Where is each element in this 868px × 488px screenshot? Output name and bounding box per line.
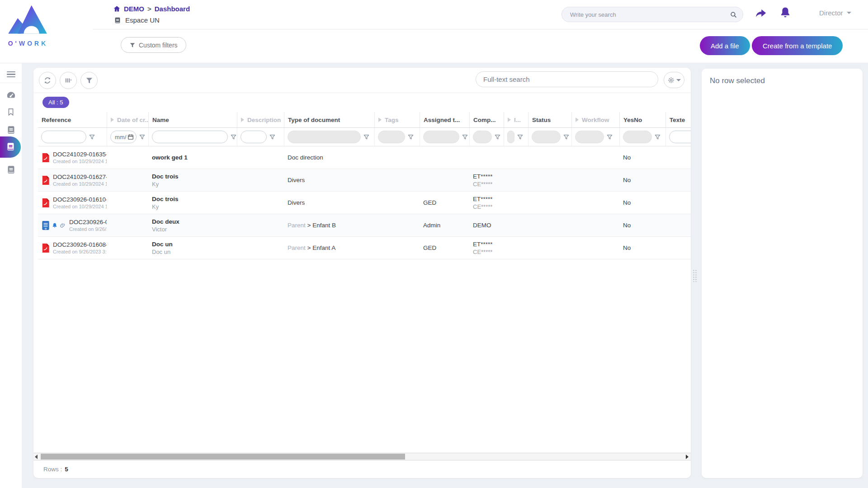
scrollbar-thumb[interactable] [41,454,405,460]
sidebar-item-dashboard[interactable] [0,86,22,104]
table-row[interactable]: DOC230926-01608-0Created on 9/26/2023 3:… [38,237,691,259]
add-file-button[interactable]: Add a file [700,36,750,55]
filter-funnel-icon[interactable] [563,134,570,141]
column-header-workflow[interactable]: Workflow [571,112,619,127]
filter-funnel-icon[interactable] [269,134,276,141]
filter-input-texte[interactable] [670,131,691,143]
column-header-assigned[interactable]: Assigned t... [420,112,469,127]
filter-funnel-icon[interactable] [139,134,146,141]
sidebar-item-bookmarks[interactable] [0,103,22,121]
scroll-left-arrow-icon[interactable] [35,455,38,459]
left-sidebar [0,63,22,488]
create-from-template-button[interactable]: Create from a template [752,36,843,55]
column-header-status[interactable]: Status [528,112,571,127]
column-header-company[interactable]: Comp... [469,112,504,127]
sidebar-menu-toggle[interactable] [0,66,22,83]
column-label: Name [152,117,169,123]
breadcrumb-current[interactable]: Dashboard [155,5,190,13]
sidebar-item-space-1[interactable] [0,121,22,139]
reference-value: DOC230926-01609-0 [69,219,107,225]
custom-filters-button[interactable]: Custom filters [121,37,186,53]
sidebar-item-space-active[interactable] [0,136,21,158]
book-icon [6,125,16,135]
calendar-icon[interactable] [127,134,134,140]
cell-type: Parent > Enfant B [284,214,374,236]
cell-tags [374,169,420,191]
reference-text: DOC230926-01610-3Created on 10/29/2024 1… [53,196,107,209]
company-value: ET***** [473,241,493,248]
filter-input-description[interactable] [241,131,266,143]
columns-icon [64,76,72,84]
filter-button[interactable] [80,72,98,89]
tab-all-count-badge[interactable]: All : 5 [42,97,69,108]
column-header-description[interactable]: Description [237,112,284,127]
column-header-date[interactable]: Date of cr... [107,112,148,127]
yesno-value: No [623,244,631,251]
column-header-type[interactable]: Type of document [284,112,374,127]
global-search-input[interactable] [570,11,730,18]
cell-date [107,169,148,191]
sidebar-item-space-2[interactable] [0,160,22,178]
filter-funnel-icon[interactable] [654,134,661,141]
company-value: DEMO [473,222,491,229]
filter-funnel-icon[interactable] [89,134,95,141]
filter-input-assigned-disabled [423,131,459,143]
cell-reference: DOC230926-01610-3Created on 10/29/2024 1… [38,192,107,214]
detail-panel: No row selected [702,69,863,478]
rows-count-footer: Rows :5 [43,466,68,473]
refresh-icon [43,76,52,85]
cell-texte [665,192,691,214]
created-date: Created on 9/26/2023 3:09:45 AM [69,226,107,232]
table-row[interactable]: DOC241029-01635-0Created on 10/29/2024 1… [38,146,691,169]
yesno-value: No [623,154,631,161]
cell-workflow [571,237,619,259]
column-label: I... [514,117,521,123]
scroll-right-arrow-icon[interactable] [686,455,689,459]
filter-funnel-icon[interactable] [494,134,501,141]
filter-funnel-icon[interactable] [462,134,468,141]
search-icon[interactable] [730,11,737,19]
assigned-to: Admin [423,222,440,229]
cell-type: Doc direction [284,146,374,169]
fulltext-search-input[interactable] [483,75,651,83]
column-header-texte[interactable]: Texte [665,112,691,127]
filter-funnel-icon[interactable] [363,134,370,141]
filter-funnel-icon[interactable] [606,134,613,141]
filter-input-type-disabled [288,131,361,143]
panel-resize-grip[interactable] [693,269,697,282]
documents-grid: ReferenceDate of cr...NameDescriptionTyp… [38,112,691,453]
column-header-tags[interactable]: Tags [374,112,420,127]
cell-description [237,146,284,169]
home-icon[interactable] [113,5,121,13]
name-subtitle: Ky [152,203,179,210]
column-chooser-button[interactable] [60,72,77,89]
horizontal-scrollbar[interactable] [33,453,691,460]
column-header-name[interactable]: Name [148,112,237,127]
filter-input-reference[interactable] [42,131,86,143]
table-row[interactable]: wDOC230926-01609-0Created on 9/26/2023 3… [38,214,691,237]
column-header-yesno[interactable]: YesNo [619,112,665,127]
refresh-button[interactable] [39,72,56,89]
cell-name: Doc deuxVictor [148,214,237,236]
column-label: Comp... [473,117,496,123]
filter-input-name[interactable] [152,131,227,143]
cell-reference: DOC241029-01635-0Created on 10/29/2024 1… [38,146,107,169]
breadcrumb-root[interactable]: DEMO [124,5,144,13]
role-dropdown[interactable]: Director [819,9,851,17]
filter-funnel-icon[interactable] [517,134,524,141]
notifications-bell-icon[interactable] [778,6,792,19]
filter-funnel-icon[interactable] [230,134,237,141]
grid-settings-button[interactable] [664,72,684,88]
column-header-reference[interactable]: Reference [38,112,107,127]
company-text: ET*****CE***** [473,196,493,210]
cell-texte [665,214,691,236]
table-row[interactable]: DOC241029-01627-0Created on 10/29/2024 1… [38,169,691,192]
table-row[interactable]: DOC230926-01610-3Created on 10/29/2024 1… [38,192,691,214]
filter-date-input-date[interactable]: mm/d [110,131,137,143]
column-header-i[interactable]: I... [504,112,528,127]
filter-cell-company [469,128,504,146]
share-forward-icon[interactable] [754,7,768,20]
filter-funnel-icon[interactable] [407,134,414,141]
pdf-file-icon [42,175,50,185]
role-label: Director [819,9,843,17]
